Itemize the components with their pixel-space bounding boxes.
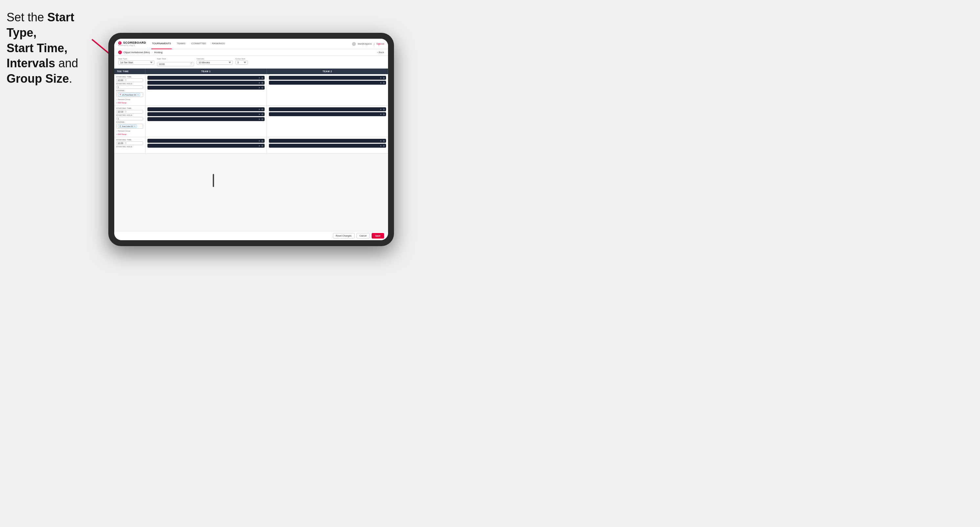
time-value-2: 10:10 bbox=[118, 111, 123, 113]
starting-time-label-2: STARTING TIME: bbox=[116, 107, 143, 109]
player-settings-3-3[interactable]: ⚙ bbox=[261, 118, 263, 121]
player-row-3-1: ✕ ⚙ bbox=[147, 107, 265, 111]
intervals-group: Intervals 5 Minutes 8 Minutes 10 Minutes… bbox=[197, 58, 233, 66]
player-row-1-1: ✕ ⚙ bbox=[147, 76, 265, 80]
player-settings-5-1[interactable]: ⚙ bbox=[261, 140, 263, 142]
cancel-button[interactable]: Cancel bbox=[356, 233, 370, 238]
group-row-1: STARTING TIME: 10:00 ⏱ STARTING HOLE: 1 … bbox=[114, 74, 388, 106]
team2-slot-1: ✕ ⚙ ✕ ⚙ bbox=[267, 74, 388, 105]
course-label-1: COURSE: bbox=[116, 90, 143, 92]
course-remove-1[interactable]: ✕ bbox=[137, 94, 139, 96]
tournament-name: Clippd Invitational (Men) bbox=[123, 51, 150, 54]
player-expand-2-2[interactable]: ✕ bbox=[380, 82, 382, 84]
intervals-select[interactable]: 5 Minutes 8 Minutes 10 Minutes 12 Minute… bbox=[197, 60, 233, 65]
player-controls-3-3: ✕ ⚙ bbox=[258, 118, 263, 121]
player-settings-6-1[interactable]: ⚙ bbox=[383, 140, 385, 142]
player-expand-3-3[interactable]: ✕ bbox=[258, 118, 260, 121]
player-expand-3-2[interactable]: ✕ bbox=[258, 113, 260, 116]
start-type-select[interactable]: 1st Tee Start Shotgun Start 10th Tee Sta… bbox=[118, 60, 154, 65]
course-name-2: East Lake GC bbox=[122, 125, 133, 127]
remove-group-icon-1: ○ bbox=[116, 98, 117, 100]
nav-user: blair@clippd.io | Sign out bbox=[352, 42, 384, 46]
player-settings-1-2[interactable]: ⚙ bbox=[261, 82, 263, 84]
nav-tabs: TOURNAMENTS TEAMS COMMITTEE RANKINGS bbox=[151, 39, 352, 49]
tee-time-col-1: STARTING TIME: 10:00 ⏱ STARTING HOLE: 1 … bbox=[114, 74, 145, 105]
starting-time-label-1: STARTING TIME: bbox=[116, 76, 143, 78]
start-time-input[interactable] bbox=[157, 62, 194, 66]
player-row-5-1: ✕ ⚙ bbox=[147, 139, 265, 143]
course-wrap-2[interactable]: 🏌 East Lake GC ✕ bbox=[116, 124, 143, 129]
player-expand-6-2[interactable]: ✕ bbox=[380, 145, 382, 147]
starting-time-input-1[interactable]: 10:00 ⏱ bbox=[116, 78, 143, 82]
logo-subtitle: Powered by clipp'd bbox=[118, 44, 146, 46]
remove-group-btn-1[interactable]: ○ Remove Group bbox=[116, 98, 143, 100]
course-wrap-1[interactable]: 📍 (A) Peachtree GC ✕ bbox=[116, 92, 143, 97]
bottom-bar: Reset Changes Cancel Save bbox=[114, 231, 388, 240]
instruction-line4: Group Size. bbox=[6, 72, 72, 85]
player-controls-5-2: ✕ ⚙ bbox=[258, 145, 263, 147]
player-row-6-1: ✕ ⚙ bbox=[269, 139, 387, 143]
player-expand-4-2[interactable]: ✕ bbox=[380, 113, 382, 116]
start-time-group: Start Time ⏱ bbox=[157, 58, 194, 66]
hole-value-2: 1 bbox=[118, 117, 119, 120]
course-tag-2: 🏌 East Lake GC ✕ bbox=[118, 124, 137, 128]
reset-changes-button[interactable]: Reset Changes bbox=[333, 233, 355, 238]
intervals-label: Intervals bbox=[197, 58, 233, 60]
player-controls-6-1: ✕ ⚙ bbox=[380, 140, 385, 142]
nav-tab-teams[interactable]: TEAMS bbox=[176, 39, 186, 49]
player-controls-4-1: ✕ ⚙ bbox=[380, 108, 385, 111]
hole-select-2[interactable]: 1 bbox=[116, 117, 143, 121]
nav-tab-rankings[interactable]: RANKINGS bbox=[212, 39, 226, 49]
add-group-btn-2[interactable]: + Add Group bbox=[116, 133, 143, 135]
sign-out-link[interactable]: Sign out bbox=[376, 43, 384, 45]
tablet-screen: C SCOREBOARD Powered by clipp'd TOURNAME… bbox=[114, 39, 388, 240]
player-controls-1-3: ✕ ⚙ bbox=[258, 87, 263, 89]
player-settings-5-2[interactable]: ⚙ bbox=[261, 145, 263, 147]
col-team2: Team 2 bbox=[267, 68, 388, 74]
player-expand-5-1[interactable]: ✕ bbox=[258, 140, 260, 142]
player-expand-2-1[interactable]: ✕ bbox=[380, 77, 382, 79]
back-button[interactable]: ‹ Back bbox=[377, 51, 384, 54]
player-controls-2-2: ✕ ⚙ bbox=[380, 82, 385, 84]
player-expand-1-1[interactable]: ✕ bbox=[258, 77, 260, 79]
player-settings-2-1[interactable]: ⚙ bbox=[383, 77, 385, 79]
player-expand-1-3[interactable]: ✕ bbox=[258, 87, 260, 89]
course-remove-2[interactable]: ✕ bbox=[134, 125, 135, 127]
player-settings-3-1[interactable]: ⚙ bbox=[261, 108, 263, 111]
nav-separator: | bbox=[374, 43, 374, 45]
player-controls-3-1: ✕ ⚙ bbox=[258, 108, 263, 111]
player-row-3-2: ✕ ⚙ bbox=[147, 112, 265, 116]
nav-tab-tournaments[interactable]: TOURNAMENTS bbox=[151, 39, 172, 49]
starting-time-input-2[interactable]: 10:10 ⏱ bbox=[116, 110, 143, 114]
player-controls-3-2: ✕ ⚙ bbox=[258, 113, 263, 116]
group-size-select[interactable]: 2 3 4 bbox=[235, 60, 248, 65]
player-controls-2-1: ✕ ⚙ bbox=[380, 77, 385, 79]
remove-group-btn-2[interactable]: ○ Remove Group bbox=[116, 130, 143, 132]
player-row-2-1: ✕ ⚙ bbox=[269, 76, 387, 80]
col-team1: Team 1 bbox=[145, 68, 267, 74]
start-time-wrapper: ⏱ bbox=[157, 60, 194, 66]
player-expand-4-1[interactable]: ✕ bbox=[380, 108, 382, 111]
start-time-label: Start Time bbox=[157, 58, 194, 60]
player-expand-1-2[interactable]: ✕ bbox=[258, 82, 260, 84]
nav-tab-committee[interactable]: COMMITTEE bbox=[191, 39, 207, 49]
starting-time-input-3[interactable]: 10:20 ⏱ bbox=[116, 141, 143, 145]
player-expand-3-1[interactable]: ✕ bbox=[258, 108, 260, 111]
player-settings-6-2[interactable]: ⚙ bbox=[383, 145, 385, 147]
team1-slot-1: ✕ ⚙ ✕ ⚙ ✕ ⚙ bbox=[145, 74, 267, 105]
player-expand-5-2[interactable]: ✕ bbox=[258, 145, 260, 147]
player-settings-2-2[interactable]: ⚙ bbox=[383, 82, 385, 84]
player-settings-1-1[interactable]: ⚙ bbox=[261, 77, 263, 79]
player-controls-4-2: ✕ ⚙ bbox=[380, 113, 385, 116]
player-settings-1-3[interactable]: ⚙ bbox=[261, 87, 263, 89]
starting-hole-label-2: STARTING HOLE: bbox=[116, 114, 143, 116]
add-group-btn-1[interactable]: + Add Group bbox=[116, 102, 143, 104]
player-settings-3-2[interactable]: ⚙ bbox=[261, 113, 263, 116]
hole-select-1[interactable]: 1 bbox=[116, 85, 143, 89]
player-controls-5-1: ✕ ⚙ bbox=[258, 140, 263, 142]
col-tee-time: Tee Time bbox=[114, 68, 145, 74]
player-settings-4-1[interactable]: ⚙ bbox=[383, 108, 385, 111]
player-expand-6-1[interactable]: ✕ bbox=[380, 140, 382, 142]
player-settings-4-2[interactable]: ⚙ bbox=[383, 113, 385, 116]
save-button[interactable]: Save bbox=[372, 233, 384, 238]
